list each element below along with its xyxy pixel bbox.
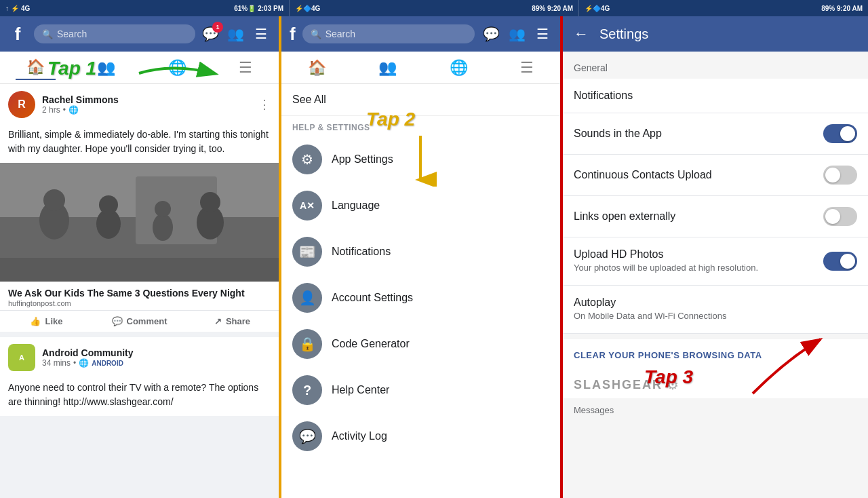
links-toggle[interactable] <box>823 207 857 226</box>
settings-content: General Notifications Sounds in the App <box>563 52 868 498</box>
post-actions-1: 👍 Like 💬 Comment ↗ Share <box>0 310 279 332</box>
post-card-1: R Rachel Simmons 2 hrs • 🌐 ⋮ Brilliant, … <box>0 84 279 332</box>
post-time-1: 2 hrs • 🌐 <box>42 105 252 115</box>
menu-item-activity[interactable]: 💬 Activity Log <box>281 413 560 459</box>
status-bar-panel-2: ⚡🔷4G 89% 9:20 AM <box>289 0 579 16</box>
menu-search-placeholder: Search <box>326 28 355 39</box>
comment-btn[interactable]: 💬 Comment <box>93 311 186 332</box>
panel-feed: f 🔍 Search 💬 1 👥 ☰ 🏠 👥 🌐 ☰ <box>0 16 281 498</box>
feed-search-bar[interactable]: 🔍 Search <box>34 24 195 43</box>
feed-search-placeholder: Search <box>57 28 87 39</box>
code-gen-label: Code Generator <box>332 338 410 350</box>
svg-point-7 <box>153 214 173 241</box>
tap3-label: Tap 3 <box>644 366 693 388</box>
tap2-label: Tap 2 <box>366 109 415 130</box>
globe-icon-2: 🌐 <box>79 358 89 368</box>
post-article-source: huffingtonpost.com <box>8 299 271 307</box>
more-options-icon-1[interactable]: ⋮ <box>258 97 271 112</box>
menu-nav: 🏠 👥 🌐 ☰ <box>281 52 560 84</box>
messenger-btn[interactable]: 💬 1 <box>202 26 219 42</box>
tap3-arrow <box>746 332 827 400</box>
settings-item-notifications[interactable]: Notifications <box>563 79 868 113</box>
links-toggle-thumb <box>825 209 840 224</box>
menu-item-account[interactable]: 👤 Account Settings <box>281 275 560 321</box>
sounds-toggle[interactable] <box>823 124 857 143</box>
menu-icon[interactable]: ☰ <box>252 26 271 42</box>
search-icon-menu: 🔍 <box>311 29 321 39</box>
svg-point-8 <box>155 201 171 217</box>
like-label: Like <box>45 316 62 326</box>
globe-icon-menu[interactable]: 🌐 <box>439 56 479 79</box>
globe-icon-1: 🌐 <box>68 105 79 115</box>
friends-requests-icon[interactable]: 👥 <box>226 26 245 42</box>
hd-photos-toggle[interactable] <box>823 252 857 271</box>
hd-photos-subtitle: Your photos will be uploaded at high res… <box>574 262 823 274</box>
back-button[interactable]: ← <box>574 25 589 43</box>
autoplay-subtitle: On Mobile Data and Wi-Fi Connections <box>574 310 857 322</box>
tap1-arrow <box>132 60 220 87</box>
post-image-scene <box>0 163 279 282</box>
like-icon: 👍 <box>30 316 41 326</box>
settings-title: Settings <box>599 26 648 42</box>
status-right-3: 89% 9:20 AM <box>821 5 863 12</box>
status-right-2: 89% 9:20 AM <box>532 5 573 12</box>
friends-icon-menu-nav[interactable]: 👥 <box>368 56 408 79</box>
menu-item-language[interactable]: A✕ Language <box>281 183 560 229</box>
app-settings-icon: ⚙ <box>292 145 322 174</box>
menu-nav-icon-panel2[interactable]: ☰ <box>533 26 552 42</box>
settings-item-sounds[interactable]: Sounds in the App <box>563 113 868 155</box>
notifications-text: Notifications <box>574 90 857 102</box>
hamburger-icon-menu[interactable]: ☰ <box>509 56 545 79</box>
home-icon-menu[interactable]: 🏠 <box>297 56 337 79</box>
panel-menu: f 🔍 Search 💬 👥 ☰ 🏠 👥 🌐 ☰ See All HELP & … <box>281 16 563 498</box>
post-image-svg <box>0 163 279 282</box>
post-meta-1: Rachel Simmons 2 hrs • 🌐 <box>42 94 252 115</box>
wifi-icon-1: 4G <box>21 5 30 12</box>
activity-icon: 💬 <box>292 421 322 451</box>
menu-nav-icon[interactable]: ☰ <box>228 56 263 79</box>
battery-3: 89% 9:20 AM <box>821 5 863 12</box>
language-label: Language <box>332 199 380 212</box>
settings-item-contacts[interactable]: Continuous Contacts Upload <box>563 155 868 196</box>
svg-rect-11 <box>0 258 279 282</box>
news-feed-label: Notifications <box>332 246 391 258</box>
post-image-1 <box>0 163 279 282</box>
post-header-1: R Rachel Simmons 2 hrs • 🌐 ⋮ <box>0 84 279 125</box>
settings-item-autoplay[interactable]: Autoplay On Mobile Data and Wi-Fi Connec… <box>563 286 868 334</box>
see-all-btn[interactable]: See All <box>281 84 560 116</box>
status-right-1: 61%🔋 2:03 PM <box>234 5 283 12</box>
time-1: 2:03 PM <box>258 5 283 12</box>
battery-pct-1: 61%🔋 <box>234 5 256 12</box>
help-label: Help Center <box>332 384 389 396</box>
settings-item-links[interactable]: Links open externally <box>563 196 868 237</box>
messenger-icon-menu[interactable]: 💬 <box>481 26 500 42</box>
menu-item-code-gen[interactable]: 🔒 Code Generator <box>281 321 560 367</box>
post-article-title: We Ask Our Kids The Same 3 Questions Eve… <box>8 287 271 299</box>
app-settings-label: App Settings <box>332 153 393 166</box>
settings-item-hd-photos[interactable]: Upload HD Photos Your photos will be upl… <box>563 237 868 286</box>
share-icon: ↗ <box>214 316 222 326</box>
account-label: Account Settings <box>332 292 413 304</box>
privacy-icon-1: • <box>63 105 66 115</box>
share-label: Share <box>226 316 250 326</box>
menu-item-news-feed[interactable]: 📰 Notifications <box>281 229 560 275</box>
friends-icon-menu[interactable]: 👥 <box>507 26 526 42</box>
like-btn[interactable]: 👍 Like <box>0 311 93 332</box>
notifications-title: Notifications <box>574 90 857 102</box>
account-icon: 👤 <box>292 283 322 313</box>
facebook-logo: f <box>8 24 27 45</box>
status-bar-panel-1: ↑ ⚡ 4G 61%🔋 2:03 PM <box>0 0 289 16</box>
post-text-2: Anyone need to control their TV with a r… <box>0 378 279 416</box>
panel-settings: ← Settings General Notifications Sounds … <box>563 16 868 498</box>
sounds-text: Sounds in the App <box>574 128 823 140</box>
menu-item-help[interactable]: ? Help Center <box>281 367 560 413</box>
post-title-area-1: We Ask Our Kids The Same 3 Questions Eve… <box>0 282 279 310</box>
autoplay-title: Autoplay <box>574 296 857 309</box>
menu-search-bar[interactable]: 🔍 Search <box>302 24 475 43</box>
status-left-2: ⚡🔷4G <box>295 5 320 12</box>
android-community-logo: A <box>8 344 35 371</box>
contacts-toggle[interactable] <box>823 166 857 185</box>
share-btn[interactable]: ↗ Share <box>186 311 279 332</box>
links-text: Links open externally <box>574 210 823 223</box>
feed-header: f 🔍 Search 💬 1 👥 ☰ <box>0 16 279 52</box>
